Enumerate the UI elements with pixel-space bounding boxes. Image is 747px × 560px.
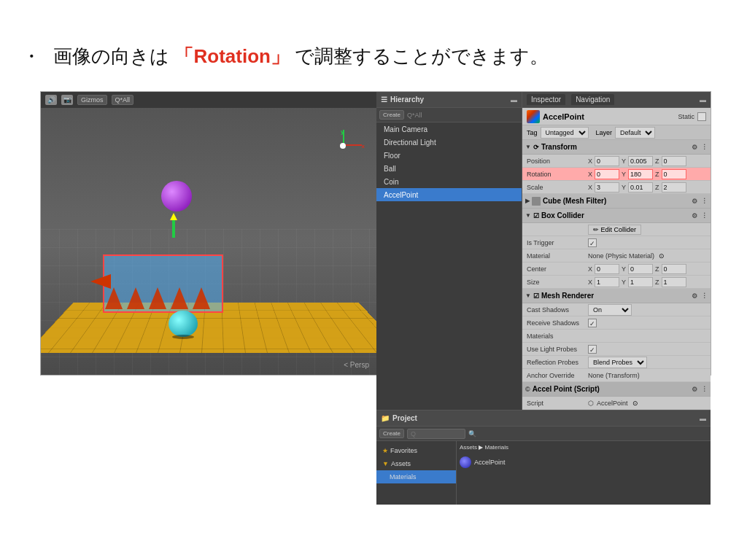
scale-label: Scale bbox=[527, 184, 585, 191]
hierarchy-item-directional-light[interactable]: Directional Light bbox=[376, 136, 522, 149]
receive-shadows-checkbox[interactable] bbox=[588, 319, 597, 327]
gizmo-x-axis bbox=[346, 144, 362, 146]
accel-script-gear[interactable]: ⚙ bbox=[692, 386, 697, 393]
header-text-after: で調整することができます。 bbox=[295, 45, 549, 67]
inspector-body: AccelPoint Static Tag Untagged Layer bbox=[522, 108, 711, 410]
mesh-renderer-header[interactable]: ▼ ☑ Mesh Renderer ⚙ ⋮ bbox=[522, 289, 711, 303]
size-z-field[interactable] bbox=[662, 277, 686, 287]
materials-item[interactable]: Materials bbox=[376, 470, 456, 483]
transform-gear-icon[interactable]: ⚙ bbox=[692, 144, 697, 151]
hierarchy-item-coin[interactable]: Coin bbox=[376, 175, 522, 188]
use-light-probes-row: Use Light Probes bbox=[522, 343, 711, 356]
scene-cyan-ball bbox=[169, 311, 198, 337]
favorites-label: Favorites bbox=[390, 447, 417, 454]
hierarchy-search[interactable]: Q*All bbox=[407, 112, 422, 119]
pos-z-field[interactable] bbox=[662, 156, 686, 166]
sz-axis: Z bbox=[655, 279, 659, 286]
center-y-field[interactable] bbox=[628, 264, 653, 274]
transform-menu-icon[interactable]: ⋮ bbox=[701, 144, 708, 151]
pos-x-field[interactable] bbox=[595, 156, 619, 166]
project-file-item[interactable]: AccelPoint bbox=[460, 455, 708, 470]
collider-material-pick[interactable]: ⊙ bbox=[659, 252, 665, 260]
hierarchy-create-btn[interactable]: Create bbox=[379, 110, 404, 120]
accel-script-title: Accel Point (Script) bbox=[533, 385, 600, 393]
top-panels: ☰ Hierarchy ▬ Create Q*All Main Camera D… bbox=[376, 92, 711, 410]
mesh-filter-menu[interactable]: ⋮ bbox=[701, 198, 708, 205]
scale-x-field[interactable] bbox=[595, 182, 619, 192]
header-text: ・ 画像の向きは 「Rotation」 で調整することができます。 bbox=[22, 44, 549, 69]
box-collider-menu[interactable]: ⋮ bbox=[701, 212, 708, 219]
gizmos-btn[interactable]: Gizmos bbox=[77, 95, 107, 105]
use-light-probes-checkbox[interactable] bbox=[588, 345, 597, 354]
mesh-filter-header[interactable]: ▶ Cube (Mesh Filter) ⚙ ⋮ bbox=[522, 194, 711, 209]
script-value: AccelPoint bbox=[597, 400, 628, 407]
arrow-2 bbox=[127, 287, 144, 309]
box-collider-gear[interactable]: ⚙ bbox=[692, 212, 697, 219]
scene-content: y x < Persp bbox=[41, 108, 376, 375]
box-collider-checkbox[interactable]: ☑ bbox=[533, 212, 539, 219]
box-collider-arrow: ▼ bbox=[525, 212, 531, 219]
anchor-override-label: Anchor Override bbox=[527, 372, 585, 379]
star-icon: ★ bbox=[382, 447, 388, 454]
reflection-probes-select[interactable]: Blend Probes bbox=[588, 357, 647, 368]
gizmo: y x bbox=[327, 130, 363, 166]
center-x-field[interactable] bbox=[595, 264, 619, 274]
project-search-input[interactable] bbox=[407, 429, 465, 439]
assets-item[interactable]: ▼ Assets bbox=[376, 457, 456, 470]
hierarchy-toolbar: Create Q*All bbox=[376, 108, 522, 122]
edit-collider-icon: ✏ bbox=[593, 226, 599, 233]
position-row: Position X Y Z bbox=[522, 155, 711, 168]
size-label: Size bbox=[527, 279, 585, 286]
rotation-row: Rotation X Y Z bbox=[522, 168, 711, 181]
size-y-field[interactable] bbox=[628, 277, 653, 287]
script-icon: ⬡ bbox=[588, 400, 594, 407]
edit-collider-btn[interactable]: ✏ Edit Collider bbox=[588, 225, 641, 235]
hierarchy-item-ball[interactable]: Ball bbox=[376, 162, 522, 175]
file-label: AccelPoint bbox=[474, 459, 506, 466]
qall-btn[interactable]: Q*All bbox=[112, 95, 134, 105]
navigation-tab[interactable]: Navigation bbox=[571, 94, 614, 105]
layer-select[interactable]: Default bbox=[615, 127, 655, 139]
hierarchy-item-floor[interactable]: Floor bbox=[376, 149, 522, 162]
scale-z-field[interactable] bbox=[662, 182, 686, 192]
unity-screenshot: 🔊 📷 Gizmos Q*All bbox=[40, 91, 711, 376]
tag-select[interactable]: Untagged bbox=[541, 127, 589, 139]
project-create-btn[interactable]: Create bbox=[379, 429, 404, 438]
inspector-tab[interactable]: Inspector bbox=[527, 94, 565, 105]
mesh-filter-gear[interactable]: ⚙ bbox=[692, 198, 697, 205]
pos-y-field[interactable] bbox=[628, 156, 653, 166]
rot-z-field[interactable] bbox=[662, 169, 686, 179]
project-toolbar: Create 🔍 bbox=[376, 427, 711, 441]
is-trigger-checkbox[interactable] bbox=[588, 238, 597, 247]
scale-values: X Y Z bbox=[588, 182, 706, 192]
transform-header[interactable]: ▼ ⟳ Transform ⚙ ⋮ bbox=[522, 140, 711, 155]
mesh-renderer-gear[interactable]: ⚙ bbox=[692, 292, 697, 300]
inspector-close-btn[interactable]: ▬ bbox=[700, 96, 706, 104]
rot-x-field[interactable] bbox=[595, 169, 619, 179]
rot-y-field[interactable] bbox=[628, 169, 653, 179]
folder-icon: ▼ bbox=[382, 460, 389, 467]
hierarchy-item-accelpoint[interactable]: AccelPoint bbox=[376, 188, 522, 201]
mesh-renderer-menu[interactable]: ⋮ bbox=[701, 292, 708, 300]
script-pick[interactable]: ⊙ bbox=[632, 400, 638, 407]
mesh-renderer-checkbox[interactable]: ☑ bbox=[533, 292, 539, 300]
center-label: Center bbox=[527, 265, 585, 273]
edit-collider-row: ✏ Edit Collider bbox=[522, 223, 711, 236]
accel-script-header[interactable]: © Accel Point (Script) ⚙ ⋮ bbox=[522, 382, 711, 397]
box-collider-header[interactable]: ▼ ☑ Box Collider ⚙ ⋮ bbox=[522, 209, 711, 223]
mesh-filter-icon bbox=[532, 197, 541, 206]
static-checkbox[interactable] bbox=[697, 112, 706, 121]
rot-z-axis: Z bbox=[655, 171, 659, 178]
position-values: X Y Z bbox=[588, 156, 706, 166]
hierarchy-item-main-camera[interactable]: Main Camera bbox=[376, 122, 522, 136]
favorites-item[interactable]: ★ Favorites bbox=[376, 444, 456, 457]
scale-y-field[interactable] bbox=[628, 182, 653, 192]
size-x-field[interactable] bbox=[595, 277, 619, 287]
hierarchy-close-btn[interactable]: ▬ bbox=[511, 96, 517, 104]
project-close-btn[interactable]: ▬ bbox=[700, 415, 706, 422]
accel-script-menu[interactable]: ⋮ bbox=[701, 386, 708, 393]
center-z-field[interactable] bbox=[662, 264, 686, 274]
accel-script-icon: © bbox=[525, 386, 530, 393]
edit-collider-label: Edit Collider bbox=[601, 226, 637, 233]
cast-shadows-select[interactable]: On bbox=[588, 304, 632, 316]
